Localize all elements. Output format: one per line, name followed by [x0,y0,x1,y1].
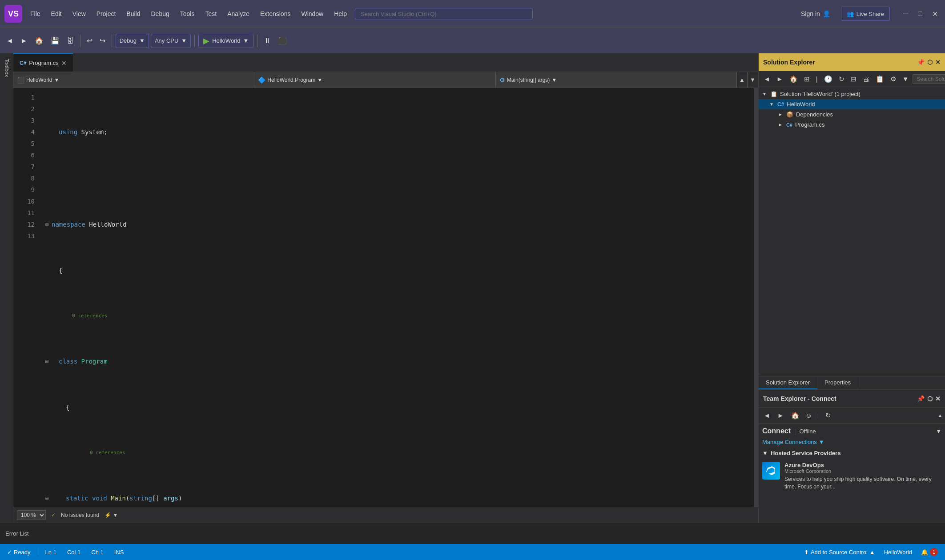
te-forward-button[interactable]: ► [775,411,786,420]
azure-devops-item[interactable]: Azure DevOps Microsoft Corporation Servi… [762,460,941,492]
menu-window[interactable]: Window [297,8,328,19]
status-ln[interactable]: Ln 1 [42,544,60,560]
method-dropdown[interactable]: ⚙ Main(string[] args) ▼ [496,72,737,88]
source-control-dropdown[interactable]: ▲ [869,549,875,556]
line-num-8: 8 [13,172,35,184]
sign-in-button[interactable]: Sign in 👤 [801,10,830,17]
te-float-button[interactable]: ⬡ [927,395,933,402]
sol-collapse-button[interactable]: ⊟ [848,74,859,84]
toolbar-step-button[interactable]: ⬛ [275,35,290,47]
sol-close-button[interactable]: ✕ [935,59,941,66]
tree-solution[interactable]: ▼ 📋 Solution 'HelloWorld' (1 project) [759,89,945,99]
status-project[interactable]: HelloWorld [881,549,916,556]
close-button[interactable]: ✕ [929,9,941,19]
sol-clock-button[interactable]: 🕐 [822,74,835,84]
sol-view-button[interactable]: ⊞ [802,74,812,84]
toolbar-back-button[interactable]: ◄ [4,35,16,47]
editor-bottom-bar: 100 % ✓ No issues found ⚡ ▼ [13,507,758,523]
dep-label: Dependencies [796,111,833,118]
sol-filter-button[interactable]: ▼ [900,74,911,84]
upload-icon: ⬆ [804,549,809,556]
toolbar-undo-button[interactable]: ↩ [84,35,95,47]
class-dropdown[interactable]: 🔷 HelloWorld.Program ▼ [254,72,495,88]
code-ref-main: 0 references [45,448,748,458]
code-line-3: ⊟ namespace HelloWorld [45,219,748,230]
sol-float-button[interactable]: ⬡ [927,59,933,66]
minimize-button[interactable]: ─ [901,9,911,19]
menu-debug[interactable]: Debug [147,8,174,19]
menu-tools[interactable]: Tools [176,8,199,19]
tree-programcs[interactable]: ► C# Program.cs [759,120,945,130]
menu-project[interactable]: Project [92,8,121,19]
namespace-dropdown[interactable]: ⬛ HelloWorld ▼ [13,72,254,88]
tree-dependencies[interactable]: ► 📦 Dependencies [759,109,945,120]
tab-close-button[interactable]: ✕ [61,60,67,67]
toolbar-save-all-button[interactable]: 🗄 [64,35,76,47]
menu-build[interactable]: Build [122,8,145,19]
sol-home-button[interactable]: 🏠 [787,74,800,84]
team-explorer-header: Team Explorer - Connect 📌 ⬡ ✕ [759,390,945,408]
toolbox-tab[interactable]: Toolbox [2,55,12,80]
toolbar-home-button[interactable]: 🏠 [32,35,46,47]
editor-tab-programcs[interactable]: C# Program.cs ✕ [13,53,73,72]
te-back-button[interactable]: ◄ [761,411,772,420]
status-errors[interactable]: 🔔 1 [917,548,941,556]
config-dropdown[interactable]: Debug ▼ [116,34,149,48]
te-close-button[interactable]: ✕ [935,395,941,402]
status-col[interactable]: Col 1 [64,544,84,560]
intellicode-button[interactable]: ⚡ ▼ [105,512,118,518]
te-home-button[interactable]: 🏠 [789,411,802,420]
menu-edit[interactable]: Edit [47,8,66,19]
azure-name: Azure DevOps [784,462,941,468]
platform-dropdown[interactable]: Any CPU ▼ [151,34,191,48]
maximize-button[interactable]: □ [915,9,925,19]
tab-solution-explorer[interactable]: Solution Explorer [759,376,817,389]
run-button[interactable]: ▶ HelloWorld ▼ [198,34,253,48]
live-share-button[interactable]: 👥 Live Share [841,7,890,21]
sol-sync-button[interactable]: ↻ [836,74,847,84]
nav-scroll-down[interactable]: ▼ [748,72,758,88]
vs-logo: VS [4,5,22,23]
line-num-11: 11 [13,207,35,219]
toolbar-save-button[interactable]: 💾 [48,35,62,47]
sol-gear-button[interactable]: ⚙ [888,74,898,84]
tab-properties[interactable]: Properties [817,376,858,389]
nav-scroll-up[interactable]: ▲ [737,72,748,88]
status-ins[interactable]: INS [111,544,128,560]
menu-analyze[interactable]: Analyze [223,8,254,19]
zoom-select[interactable]: 100 % [17,510,46,520]
tree-project[interactable]: ▼ C# HelloWorld [759,99,945,109]
offline-label: Offline [799,428,816,435]
te-connect-button[interactable]: ⎊ [804,411,813,420]
editor-scrollbar[interactable] [754,88,758,507]
te-refresh-button[interactable]: ↻ [823,411,833,420]
status-source-control[interactable]: ⬆ Add to Source Control ▲ [800,549,879,556]
menu-file[interactable]: File [26,8,45,19]
toolbar-breakpoints-button[interactable]: ⏸ [261,35,273,47]
sol-props-button[interactable]: 📋 [873,74,886,84]
hosted-arrow: ▼ [762,450,768,456]
status-ch[interactable]: Ch 1 [88,544,107,560]
menu-test[interactable]: Test [201,8,221,19]
sol-back-button[interactable]: ◄ [761,74,772,84]
error-list-label[interactable]: Error List [5,530,29,537]
manage-connections-link[interactable]: Manage Connections ▼ [762,439,941,445]
status-ready[interactable]: ✓ Ready [4,544,34,560]
connect-dropdown-icon[interactable]: ▼ [936,428,941,435]
menu-view[interactable]: View [68,8,90,19]
error-list: Error List [0,523,945,544]
te-pin-button[interactable]: 📌 [917,395,925,402]
sol-forward-button[interactable]: ► [774,74,785,84]
sol-print-button[interactable]: 🖨 [861,74,872,84]
toolbar-forward-button[interactable]: ► [18,35,30,47]
menu-extensions[interactable]: Extensions [256,8,295,19]
menu-help[interactable]: Help [330,8,351,19]
te-scrollbar-up[interactable]: ▲ [938,413,942,418]
sol-pin-button[interactable]: 📌 [917,59,925,66]
menu-bar: File Edit View Project Build Debug Tools… [26,8,351,19]
solution-search-input[interactable] [913,74,945,84]
title-search-input[interactable] [355,8,533,20]
azure-desc: Services to help you ship high quality s… [784,476,941,491]
toolbar-redo-button[interactable]: ↪ [97,35,108,47]
code-content[interactable]: using System; ⊟ namespace HelloWorld { 0… [40,88,754,507]
